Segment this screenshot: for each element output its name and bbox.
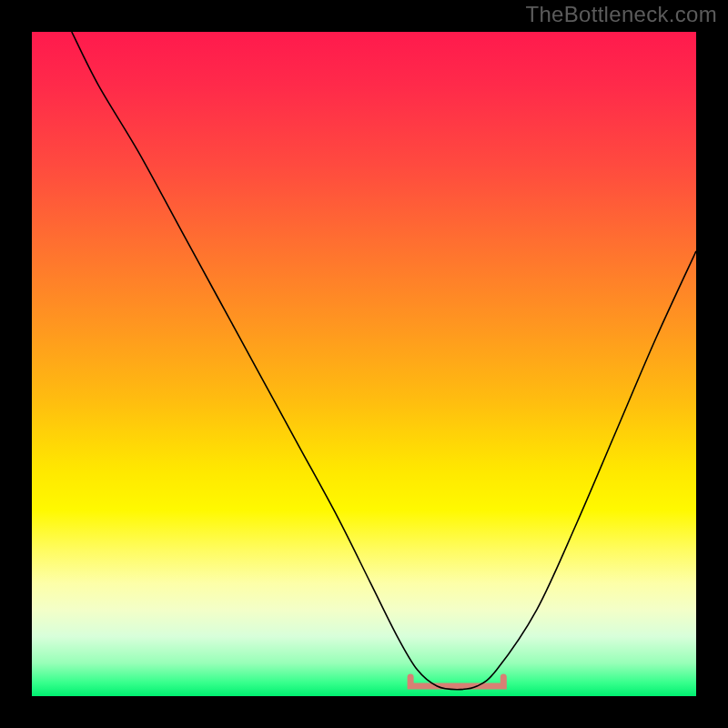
plot-area	[32, 32, 696, 696]
watermark-text: TheBottleneck.com	[525, 2, 717, 27]
bottleneck-curve-line	[72, 32, 696, 690]
curve-svg	[32, 32, 696, 696]
chart-frame: TheBottleneck.com	[0, 0, 728, 728]
